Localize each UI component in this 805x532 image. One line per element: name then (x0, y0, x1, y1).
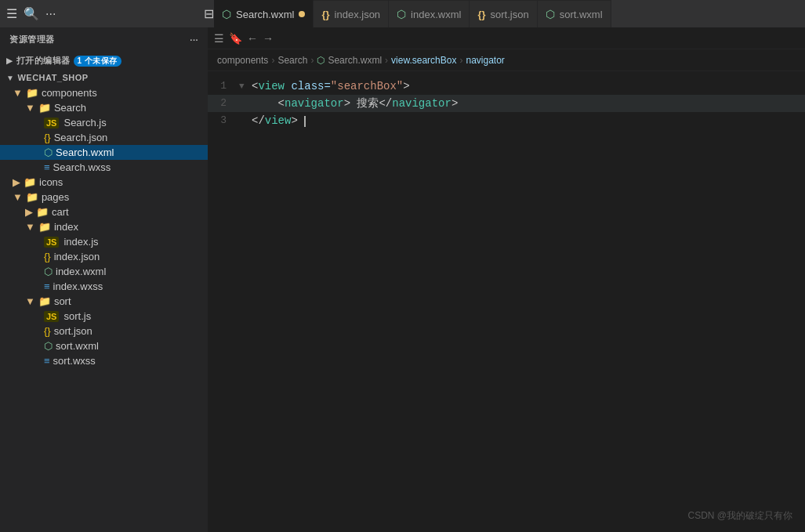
wxml-file-icon: ⬡ (546, 8, 555, 20)
tree-item-search-json[interactable]: {} Search.json (0, 130, 208, 145)
tree-label-cart: cart (52, 206, 69, 218)
bookmark-icon[interactable]: 🔖 (229, 32, 242, 45)
folder-icon: 📁 (38, 102, 51, 114)
code-bracket: < (278, 97, 285, 110)
tree-item-index-wxml[interactable]: ⬡ index.wxml (0, 264, 208, 279)
wxss-file-icon: ≡ (44, 161, 50, 173)
tree-label-sort-wxss: sort.wxss (53, 355, 96, 367)
tree-item-search-wxml[interactable]: ⬡ Search.wxml (0, 145, 208, 160)
folder-icon: 📁 (38, 295, 51, 307)
unsaved-badge: 1 个未保存 (74, 56, 121, 67)
breadcrumb-nav[interactable]: navigator (466, 55, 504, 66)
open-editors-section[interactable]: ▶ 打开的编辑器 1 个未保存 (0, 52, 208, 70)
code-tag: view (265, 114, 292, 127)
folder-icon: 📁 (24, 176, 36, 188)
folder-arrow-icon: ▶ (25, 206, 33, 218)
wxss-file-icon: ≡ (44, 280, 50, 292)
open-editors-label: 打开的编辑器 (16, 55, 71, 67)
split-editor-icon[interactable]: ⊟ (204, 6, 214, 21)
folder-icon: 📁 (38, 221, 51, 233)
tree-item-index-js[interactable]: JS index.js (0, 234, 208, 249)
title-bar: ☰ 🔍 ··· ⊟ ⬡ Search.wxml {} index.json ⬡ … (0, 0, 805, 27)
tree-item-sort-wxml[interactable]: ⬡ sort.wxml (0, 338, 208, 353)
tree-item-search-wxss[interactable]: ≡ Search.wxss (0, 160, 208, 175)
code-content-2: <navigator> 搜索</navigator> (252, 95, 805, 112)
breadcrumb: components › Search › ⬡ Search.wxml › vi… (208, 49, 805, 71)
tree-label-search: Search (54, 102, 86, 114)
folder-icon: 📁 (36, 206, 49, 218)
code-line-2: 2 <navigator> 搜索</navigator> (208, 95, 805, 112)
watermark: CSDN @我的破绽只有你 (687, 509, 792, 523)
tab-sort-wxml[interactable]: ⬡ sort.wxml (538, 0, 611, 27)
folder-arrow-icon: ▼ (25, 221, 35, 233)
tree-item-index-wxss[interactable]: ≡ index.wxss (0, 279, 208, 294)
tree-item-sort-wxss[interactable]: ≡ sort.wxss (0, 353, 208, 368)
tree-label-components: components (42, 87, 97, 99)
tab-label: index.wxml (411, 9, 461, 20)
code-text-search: 搜索 (357, 97, 379, 110)
title-bar-left: ☰ 🔍 ··· ⊟ (6, 6, 214, 21)
wxml-file-icon: ⬡ (222, 8, 231, 20)
tree-item-cart[interactable]: ▶ 📁 cart (0, 204, 208, 219)
tree-label-search-wxml: Search.wxml (56, 147, 114, 158)
tree-label-index-wxss: index.wxss (53, 280, 103, 292)
hamburger-icon[interactable]: ☰ (214, 32, 224, 45)
tree-item-index-json[interactable]: {} index.json (0, 249, 208, 264)
tab-label: Search.wxml (236, 9, 294, 20)
tree-item-components[interactable]: ▼ 📁 components (0, 85, 208, 100)
tree-label-sort-js: sort.js (63, 310, 91, 322)
sidebar-title: 资源管理器 (9, 34, 55, 45)
tree-label-search-wxss: Search.wxss (53, 161, 111, 173)
back-icon[interactable]: ← (247, 32, 258, 45)
tree-item-search[interactable]: ▼ 📁 Search (0, 100, 208, 115)
tree-item-icons[interactable]: ▶ 📁 icons (0, 175, 208, 190)
code-bracket: </ (252, 114, 265, 127)
code-bracket: > (291, 114, 297, 127)
js-file-icon: JS (44, 311, 59, 322)
tab-label: sort.json (491, 9, 529, 20)
tree-item-sort-json[interactable]: {} sort.json (0, 324, 208, 338)
tab-sort-json[interactable]: {} sort.json (470, 0, 537, 27)
tree-label-sort: sort (54, 295, 71, 307)
folder-arrow-icon: ▶ (13, 176, 20, 188)
tree-item-search-js[interactable]: JS Search.js (0, 115, 208, 130)
json-file-icon: {} (321, 9, 329, 20)
text-cursor (304, 116, 306, 127)
forward-icon[interactable]: → (263, 32, 274, 45)
sidebar-more-icon[interactable]: ··· (190, 35, 198, 45)
tree-item-index[interactable]: ▼ 📁 index (0, 219, 208, 234)
tab-search-wxml[interactable]: ⬡ Search.wxml (214, 0, 314, 27)
tree-item-sort[interactable]: ▼ 📁 sort (0, 294, 208, 309)
editor-toolbar: ☰ 🔖 ← → (208, 27, 805, 49)
tab-index-json[interactable]: {} index.json (314, 0, 389, 27)
project-section[interactable]: ▼ WECHAT_SHOP (0, 70, 208, 85)
line-number-1: 1 (208, 78, 239, 95)
fold-arrow-1[interactable]: ▼ (239, 78, 252, 95)
breadcrumb-search-wxml[interactable]: Search.wxml (328, 55, 382, 66)
tab-index-wxml[interactable]: ⬡ index.wxml (389, 0, 470, 27)
editor-area: ☰ 🔖 ← → components › Search › ⬡ Search.w… (208, 27, 805, 532)
breadcrumb-sep-3: › (385, 55, 388, 66)
code-editor[interactable]: 1 ▼ <view class="searchBox"> 2 <navigato… (208, 71, 805, 532)
code-bracket: </ (379, 97, 392, 110)
tree-label-index-js: index.js (63, 236, 98, 248)
code-nav-close: navigator (392, 97, 451, 110)
search-icon[interactable]: 🔍 (24, 6, 39, 21)
breadcrumb-view[interactable]: view.searchBox (391, 55, 456, 66)
code-content-1: <view class="searchBox"> (252, 78, 805, 95)
js-file-icon: JS (44, 118, 59, 128)
main-area: 资源管理器 ··· ▶ 打开的编辑器 1 个未保存 ▼ WECHAT_SHOP … (0, 27, 805, 532)
tree-item-pages[interactable]: ▼ 📁 pages (0, 190, 208, 204)
folder-icon: 📁 (26, 87, 38, 99)
more-icon[interactable]: ··· (45, 7, 56, 21)
project-arrow: ▼ (6, 74, 14, 82)
code-tag: view (258, 80, 285, 92)
tree-item-sort-js[interactable]: JS sort.js (0, 309, 208, 324)
breadcrumb-sep-1: › (271, 55, 274, 66)
folder-arrow-icon: ▼ (13, 87, 23, 99)
breadcrumb-search[interactable]: Search (277, 55, 307, 66)
breadcrumb-components[interactable]: components (217, 55, 268, 66)
tree-label-search-json: Search.json (54, 132, 108, 143)
wxml-file-icon: ⬡ (44, 147, 53, 158)
menu-icon[interactable]: ☰ (6, 6, 17, 21)
